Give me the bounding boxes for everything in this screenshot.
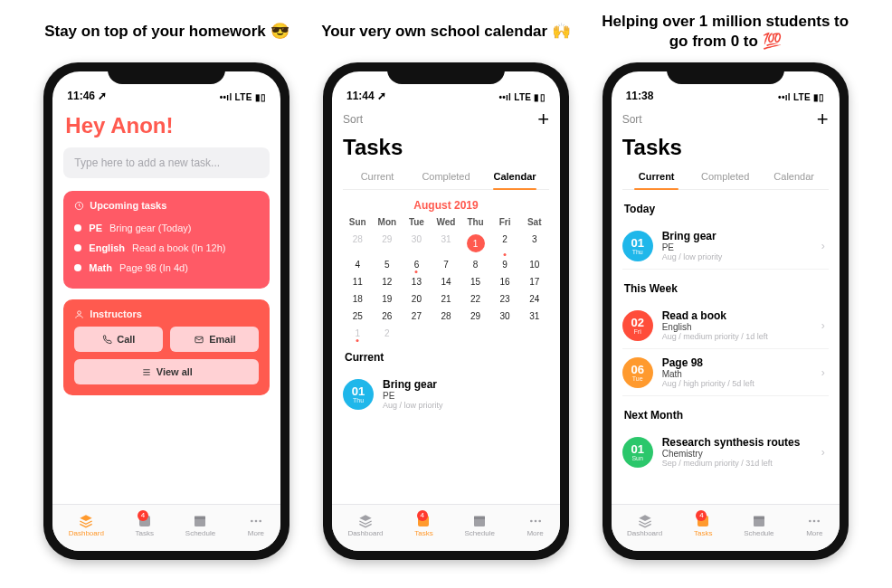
stack-icon: [636, 514, 654, 528]
call-button[interactable]: Call: [74, 327, 163, 352]
tab-current[interactable]: Current: [343, 166, 412, 189]
calendar-day[interactable]: 29: [373, 234, 403, 252]
calendar-day[interactable]: 31: [519, 311, 549, 321]
task-row[interactable]: 06 Tue Page 98 Math Aug / high priority …: [622, 349, 829, 396]
calendar-day[interactable]: 24: [519, 294, 549, 304]
task-title: Read a book: [662, 309, 768, 322]
calendar-day[interactable]: 31: [432, 234, 461, 252]
upcoming-task-item[interactable]: English Read a book (In 12h): [74, 238, 259, 258]
calendar-day[interactable]: 28: [343, 234, 373, 252]
more-icon: [247, 514, 265, 528]
phone-frame: 11:44 ➚ ••ıl LTE ▮▯ Sort + Tasks Current…: [323, 62, 569, 560]
status-time: 11:38: [626, 90, 654, 102]
calendar-day[interactable]: 14: [432, 277, 461, 287]
calendar-day[interactable]: 2: [373, 328, 403, 338]
new-task-input[interactable]: Type here to add a new task...: [63, 147, 270, 178]
calendar-day[interactable]: 13: [402, 277, 432, 287]
task-meta: Sep / medium priority / 31d left: [662, 459, 801, 468]
date-badge: 02 Fri: [622, 310, 653, 341]
section-today: Today: [624, 203, 829, 215]
section-thisweek: This Week: [624, 282, 829, 295]
calendar-day[interactable]: 5: [373, 260, 403, 270]
tabbar-schedule[interactable]: Schedule: [185, 514, 215, 537]
calendar-day[interactable]: 18: [343, 294, 373, 304]
upcoming-tasks-card: Upcoming tasks PE Bring gear (Today) Eng…: [63, 191, 270, 289]
svg-point-10: [255, 519, 258, 522]
status-time: 11:44 ➚: [346, 90, 386, 102]
task-row[interactable]: 01 Sun Research synthesis routes Chemist…: [622, 429, 829, 475]
calendar-day[interactable]: 26: [373, 311, 403, 321]
calendar-day[interactable]: 2: [490, 234, 520, 252]
task-title: Bring gear: [383, 378, 443, 391]
tab-completed[interactable]: Completed: [412, 166, 480, 189]
calendar-day[interactable]: 11: [343, 277, 373, 287]
upcoming-task-item[interactable]: Math Page 98 (In 4d): [74, 258, 259, 278]
task-meta: Aug / low priority: [383, 401, 443, 410]
calendar-icon: [750, 514, 768, 528]
task-row[interactable]: 01 Thu Bring gear PE Aug / low priority …: [622, 223, 829, 270]
slide-title: Helping over 1 million students to go fr…: [594, 11, 856, 52]
tab-calendar[interactable]: Calendar: [480, 166, 549, 189]
calendar-day[interactable]: 6: [402, 260, 432, 270]
date-badge: 06 Tue: [622, 357, 653, 388]
email-button[interactable]: Email: [170, 327, 259, 352]
calendar-day[interactable]: 21: [432, 294, 461, 304]
upcoming-task-item[interactable]: PE Bring gear (Today): [74, 218, 259, 238]
calendar-day[interactable]: 29: [460, 311, 490, 321]
calendar-day[interactable]: 30: [490, 311, 520, 321]
sort-button[interactable]: Sort: [622, 113, 642, 126]
tabbar-more[interactable]: More: [527, 514, 545, 537]
task-row[interactable]: 01 Thu Bring gear PE Aug / low priority: [343, 371, 549, 417]
task-meta: Aug / high priority / 5d left: [662, 379, 754, 388]
calendar-day[interactable]: 12: [373, 277, 403, 287]
calendar-day[interactable]: 30: [402, 234, 432, 252]
calendar-day[interactable]: 15: [460, 277, 490, 287]
svg-rect-8: [195, 516, 205, 518]
tabbar-tasks[interactable]: 4 Tasks: [136, 514, 154, 537]
tabbar-more[interactable]: More: [805, 514, 823, 537]
calendar-day[interactable]: 25: [343, 311, 373, 321]
task-row[interactable]: 02 Fri Read a book English Aug / medium …: [622, 302, 829, 349]
calendar-day[interactable]: 23: [490, 294, 520, 304]
calendar-day[interactable]: 17: [519, 277, 549, 287]
calendar-icon: [191, 514, 209, 528]
view-all-button[interactable]: View all: [74, 359, 259, 384]
tabbar-dashboard[interactable]: Dashboard: [627, 514, 662, 537]
tabbar-tasks[interactable]: 4 Tasks: [694, 514, 712, 537]
tabbar-more[interactable]: More: [247, 514, 265, 537]
task-title: Page 98: [662, 356, 754, 369]
tabbar-tasks[interactable]: 4 Tasks: [414, 514, 432, 537]
tabbar-schedule[interactable]: Schedule: [464, 514, 494, 537]
tab-completed[interactable]: Completed: [691, 166, 760, 189]
calendar-day[interactable]: 10: [519, 260, 549, 270]
calendar-day-selected[interactable]: 1: [460, 234, 490, 252]
chevron-right-icon: ›: [821, 319, 825, 332]
calendar-day[interactable]: 27: [402, 311, 432, 321]
slide-title: Stay on top of your homework 😎: [44, 11, 289, 52]
task-meta: Aug / low priority: [662, 252, 723, 261]
tab-current[interactable]: Current: [622, 166, 691, 189]
calendar-day[interactable]: 4: [343, 260, 373, 270]
calendar-day[interactable]: 16: [490, 277, 520, 287]
tabbar-dashboard[interactable]: Dashboard: [69, 514, 104, 537]
chevron-right-icon: ›: [821, 446, 825, 459]
add-button[interactable]: +: [537, 108, 549, 131]
calendar-day[interactable]: 1: [343, 328, 373, 338]
calendar-day[interactable]: 9: [490, 260, 520, 270]
tabbar-dashboard[interactable]: Dashboard: [347, 514, 383, 537]
svg-rect-14: [474, 516, 485, 518]
calendar-day[interactable]: 8: [460, 260, 490, 270]
calendar-day[interactable]: 22: [460, 294, 490, 304]
phone-notch: [108, 62, 225, 84]
calendar-day[interactable]: 19: [373, 294, 403, 304]
calendar-day[interactable]: 28: [432, 311, 461, 321]
calendar-day[interactable]: 20: [402, 294, 432, 304]
calendar-day[interactable]: 7: [432, 260, 461, 270]
tabbar-schedule[interactable]: Schedule: [744, 514, 773, 537]
tab-bar: Dashboard 4 Tasks Schedule More: [52, 504, 280, 551]
sort-button[interactable]: Sort: [343, 113, 363, 126]
add-button[interactable]: +: [817, 108, 829, 131]
calendar-day[interactable]: 3: [519, 234, 549, 252]
task-subject: PE: [383, 391, 443, 401]
tab-calendar[interactable]: Calendar: [760, 166, 829, 189]
